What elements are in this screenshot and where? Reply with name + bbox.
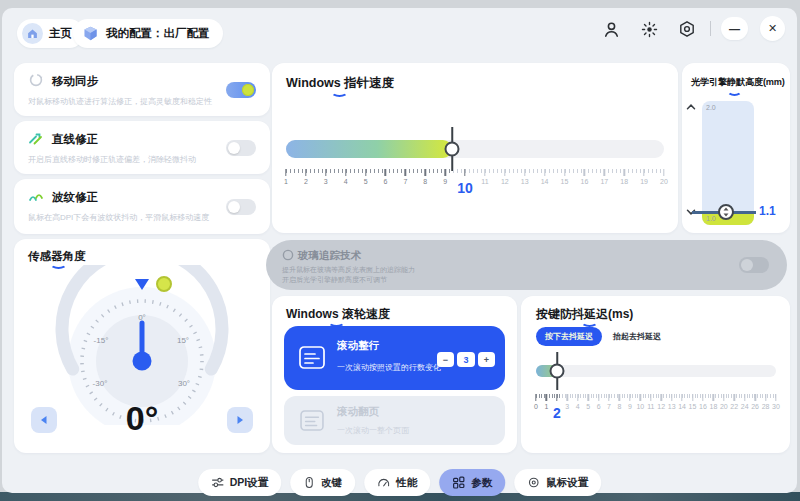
home-label: 主页 xyxy=(49,26,72,41)
ruler-label: 4 xyxy=(576,403,580,410)
debounce-handle[interactable] xyxy=(550,364,565,379)
ruler-tick xyxy=(608,394,609,401)
title-underline xyxy=(331,87,348,97)
stepper-value: 3 xyxy=(457,352,475,367)
ruler-tick xyxy=(629,394,630,401)
tab-key-remap[interactable]: 改键 xyxy=(290,469,355,496)
ruler-tick xyxy=(643,169,644,176)
ruler-label: 6 xyxy=(384,178,388,185)
ruler-tick xyxy=(444,169,445,176)
ruler-label: 9 xyxy=(628,403,632,410)
ruler-label: 11 xyxy=(481,178,488,185)
user-icon xyxy=(603,21,620,38)
ruler-label: 5 xyxy=(364,178,368,185)
ruler-label: 3 xyxy=(324,178,328,185)
stepper-plus-button[interactable]: + xyxy=(478,352,495,367)
line-correction-toggle[interactable] xyxy=(226,140,256,156)
scale-neg30: -30° xyxy=(93,379,108,388)
ruler-label: 7 xyxy=(607,403,611,410)
gauge-lime-dot xyxy=(157,277,171,291)
tab-dpi-settings[interactable]: DPI设置 xyxy=(198,469,282,496)
ripple-correction-icon xyxy=(28,188,45,205)
debounce-track[interactable] xyxy=(536,365,776,377)
ripple-correction-toggle[interactable] xyxy=(226,199,256,215)
wheel-speed-card: Windows 滚轮速度 滚动整行 一次滚动按照设置的行数变化 − 3 + xyxy=(272,296,517,453)
ruler-tick xyxy=(504,169,505,176)
ruler-label: 20 xyxy=(660,178,668,185)
home-icon xyxy=(22,23,43,44)
ruler-label: 13 xyxy=(521,178,529,185)
ruler-tick xyxy=(765,394,766,401)
tab-mouse-settings[interactable]: 鼠标设置 xyxy=(514,469,601,496)
ruler-tick xyxy=(619,394,620,401)
ruler-tick xyxy=(598,394,599,401)
stepper-minus-button[interactable]: − xyxy=(437,352,454,367)
tab-performance[interactable]: 性能 xyxy=(364,469,430,496)
gear-icon xyxy=(678,20,696,38)
title-underline xyxy=(727,86,742,96)
lines-stepper: − 3 + xyxy=(437,352,495,367)
ruler-label: 11 xyxy=(647,403,654,410)
ruler-tick xyxy=(754,394,755,401)
pointer-speed-handle[interactable] xyxy=(445,142,460,157)
ruler-tick xyxy=(624,169,625,176)
config-button[interactable]: 我的配置：出厂配置 xyxy=(73,19,223,48)
ruler-tick xyxy=(577,394,578,401)
theme-button[interactable] xyxy=(638,18,660,40)
ruler-tick xyxy=(305,169,306,176)
ruler-label: 10 xyxy=(457,180,473,196)
close-button[interactable]: ✕ xyxy=(760,16,785,41)
wheel-option-title: 滚动翻页 xyxy=(337,405,379,419)
ruler-label: 17 xyxy=(600,178,608,185)
ruler-label: 16 xyxy=(699,403,707,410)
glass-tracking-toggle[interactable] xyxy=(739,257,769,273)
ruler-label: 9 xyxy=(443,178,447,185)
tab-label: 参数 xyxy=(471,476,492,490)
ruler-tick xyxy=(385,169,386,176)
ruler-tick xyxy=(650,394,651,401)
minimize-button[interactable]: — xyxy=(721,17,748,40)
lift-off-handle[interactable] xyxy=(718,204,734,220)
wheel-option-lines[interactable]: 滚动整行 一次滚动按照设置的行数变化 − 3 + xyxy=(284,326,505,390)
account-button[interactable] xyxy=(600,18,622,40)
tab-release-debounce[interactable]: 抬起去抖延迟 xyxy=(613,327,661,346)
ruler-tick xyxy=(524,169,525,176)
settings-button[interactable] xyxy=(676,18,698,40)
wheel-option-title: 滚动整行 xyxy=(337,339,379,353)
ruler-tick xyxy=(734,394,735,401)
ruler-tick xyxy=(484,169,485,176)
ruler-label: 18 xyxy=(709,403,717,410)
ruler-label: 15 xyxy=(689,403,697,410)
wheel-option-desc: 一次滚动一整个页面 xyxy=(337,425,409,436)
angle-decrease-button[interactable] xyxy=(31,407,57,433)
scale-15: 15° xyxy=(177,336,189,345)
tab-parameters[interactable]: 参数 xyxy=(439,469,505,496)
ruler-tick xyxy=(663,169,664,176)
tab-label: 鼠标设置 xyxy=(546,476,588,490)
move-sync-toggle[interactable] xyxy=(226,82,256,98)
ruler-label: 18 xyxy=(620,178,628,185)
dpi-sliders-icon xyxy=(211,476,224,489)
scale-30: 30° xyxy=(178,379,190,388)
ruler-label: 2 xyxy=(304,178,308,185)
tab-press-debounce[interactable]: 按下去抖延迟 xyxy=(536,327,602,346)
ruler-label: 8 xyxy=(618,403,622,410)
ripple-correction-title: 波纹修正 xyxy=(52,190,98,205)
angle-increase-button[interactable] xyxy=(227,407,253,433)
line-correction-desc: 开启后直线移动时修正轨迹偏差，消除轻微抖动 xyxy=(28,154,196,165)
ruler-tick xyxy=(365,169,366,176)
glass-tracking-desc2: 开启后光学引擎静默高度不可调节 xyxy=(282,275,387,285)
ruler-label: 8 xyxy=(423,178,427,185)
chevron-up-icon[interactable] xyxy=(686,103,696,111)
tab-label: 性能 xyxy=(396,476,417,490)
ruler-tick xyxy=(692,394,693,401)
pointer-speed-card: Windows 指针速度 123456789101112131415161718… xyxy=(272,63,678,233)
app-screen: 主页 我的配置：出厂配置 — ✕ 移动同步 xyxy=(0,0,800,501)
ruler-label: 6 xyxy=(597,403,601,410)
sensor-angle-card: 传感器角度 0° -15° 15° -30° 30° 0° xyxy=(14,239,270,453)
wheel-option-page[interactable]: 滚动翻页 一次滚动一整个页面 xyxy=(284,396,505,445)
wheel-option-desc: 一次滚动按照设置的行数变化 xyxy=(337,362,441,373)
ripple-correction-desc: 鼠标在高DPI下会有波纹状抖动，平滑鼠标移动速度 xyxy=(28,212,209,223)
line-correction-icon xyxy=(28,130,45,147)
title-underline xyxy=(581,317,598,327)
